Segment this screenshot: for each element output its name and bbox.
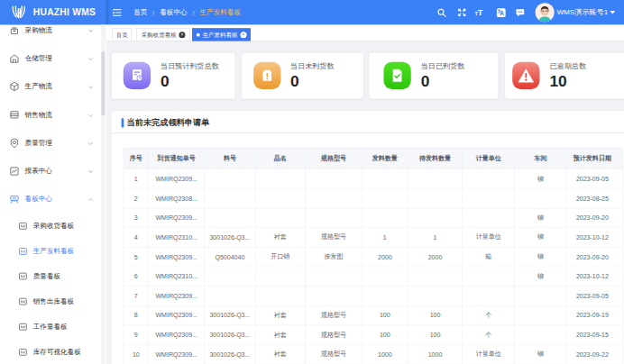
svg-text:文: 文 — [496, 9, 501, 14]
